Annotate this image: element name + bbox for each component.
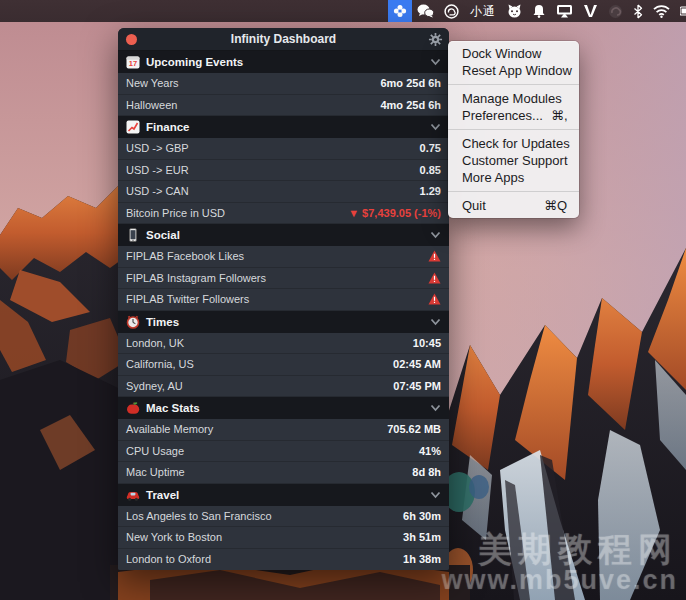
adobe-creative-cloud-icon[interactable] xyxy=(439,0,464,22)
chevron-down-icon[interactable] xyxy=(430,491,441,499)
menu-bar-status-icons: 小通 xyxy=(388,0,686,22)
car-icon xyxy=(126,488,140,502)
xiaotong-text-item[interactable]: 小通 xyxy=(464,0,502,22)
cat-icon[interactable] xyxy=(502,0,527,22)
time-row[interactable]: Sydney, AU 07:45 PM xyxy=(118,376,449,398)
section-finance[interactable]: Finance xyxy=(118,116,449,138)
travel-row[interactable]: New York to Boston 3h 51m xyxy=(118,527,449,549)
infinity-dashboard-menubar-icon[interactable] xyxy=(388,0,412,22)
section-mac-stats[interactable]: Mac Stats xyxy=(118,397,449,419)
warning-icon xyxy=(428,293,441,305)
bitcoin-price-row[interactable]: Bitcoin Price in USD ▼ $7,439.05 (-1%) xyxy=(118,203,449,225)
menu-item-preferences[interactable]: Preferences... ⌘, xyxy=(448,107,579,124)
display-airplay-icon[interactable] xyxy=(551,0,578,22)
panel-titlebar: Infinity Dashboard xyxy=(118,28,449,51)
panel-title: Infinity Dashboard xyxy=(118,32,449,46)
warning-icon xyxy=(428,250,441,262)
calendar-day-number: 17 xyxy=(129,59,137,68)
finance-row[interactable]: USD -> EUR 0.85 xyxy=(118,160,449,182)
menu-item-more-apps[interactable]: More Apps xyxy=(448,169,579,186)
travel-row[interactable]: Los Angeles to San Francisco 6h 30m xyxy=(118,506,449,528)
xiaotong-label: 小通 xyxy=(470,3,496,20)
finance-row[interactable]: USD -> GBP 0.75 xyxy=(118,138,449,160)
mac-stat-row[interactable]: Available Memory 705.62 MB xyxy=(118,419,449,441)
chevron-down-icon[interactable] xyxy=(430,404,441,412)
chevron-down-icon[interactable] xyxy=(430,58,441,66)
shortcut-label: ⌘Q xyxy=(544,197,567,214)
mac-stat-row[interactable]: Mac Uptime 8d 8h xyxy=(118,462,449,484)
menu-separator xyxy=(448,129,579,130)
menu-item-manage-modules[interactable]: Manage Modules xyxy=(448,90,579,107)
battery-icon[interactable] xyxy=(675,0,686,22)
apple-icon xyxy=(126,401,140,415)
social-row[interactable]: FIPLAB Twitter Followers xyxy=(118,289,449,311)
screen: 小通 xyxy=(0,0,686,600)
app-context-menu: Dock Window Reset App Window Manage Modu… xyxy=(448,41,579,218)
menu-bar: 小通 xyxy=(0,0,686,22)
mac-stat-row[interactable]: CPU Usage 41% xyxy=(118,441,449,463)
travel-row[interactable]: London to Oxford 1h 38m xyxy=(118,549,449,571)
chevron-down-icon[interactable] xyxy=(430,231,441,239)
calendar-icon: 17 xyxy=(126,55,140,69)
chart-icon xyxy=(126,120,140,134)
section-travel[interactable]: Travel xyxy=(118,484,449,506)
wechat-icon[interactable] xyxy=(412,0,439,22)
social-row[interactable]: FIPLAB Instagram Followers xyxy=(118,268,449,290)
menu-item-check-for-updates[interactable]: Check for Updates xyxy=(448,135,579,152)
event-row[interactable]: New Years 6mo 25d 6h xyxy=(118,73,449,95)
time-row[interactable]: California, US 02:45 AM xyxy=(118,354,449,376)
chevron-down-icon[interactable] xyxy=(430,123,441,131)
social-row[interactable]: FIPLAB Facebook Likes xyxy=(118,246,449,268)
menu-item-reset-app-window[interactable]: Reset App Window xyxy=(448,62,579,79)
shortcut-label: ⌘, xyxy=(551,107,568,124)
warning-icon xyxy=(428,272,441,284)
menu-item-quit[interactable]: Quit ⌘Q xyxy=(448,197,579,214)
menu-item-dock-window[interactable]: Dock Window xyxy=(448,45,579,62)
phone-icon xyxy=(126,228,140,242)
bluetooth-icon[interactable] xyxy=(628,0,648,22)
finance-row[interactable]: USD -> CAN 1.29 xyxy=(118,181,449,203)
bitcoin-price-value: ▼ $7,439.05 (-1%) xyxy=(348,207,441,219)
section-times[interactable]: Times xyxy=(118,311,449,333)
wifi-icon[interactable] xyxy=(648,0,675,22)
clock-icon xyxy=(126,315,140,329)
swirl-icon[interactable] xyxy=(603,0,628,22)
section-upcoming-events[interactable]: 17 Upcoming Events xyxy=(118,51,449,73)
bell-icon[interactable] xyxy=(527,0,551,22)
v-app-icon[interactable] xyxy=(578,0,603,22)
menu-separator xyxy=(448,84,579,85)
time-row[interactable]: London, UK 10:45 xyxy=(118,333,449,355)
section-social[interactable]: Social xyxy=(118,224,449,246)
menu-item-customer-support[interactable]: Customer Support xyxy=(448,152,579,169)
chevron-down-icon[interactable] xyxy=(430,318,441,326)
settings-gear-button[interactable] xyxy=(428,32,443,47)
event-row[interactable]: Halloween 4mo 25d 6h xyxy=(118,95,449,117)
infinity-dashboard-window: Infinity Dashboard 17 xyxy=(118,28,449,570)
menu-separator xyxy=(448,191,579,192)
